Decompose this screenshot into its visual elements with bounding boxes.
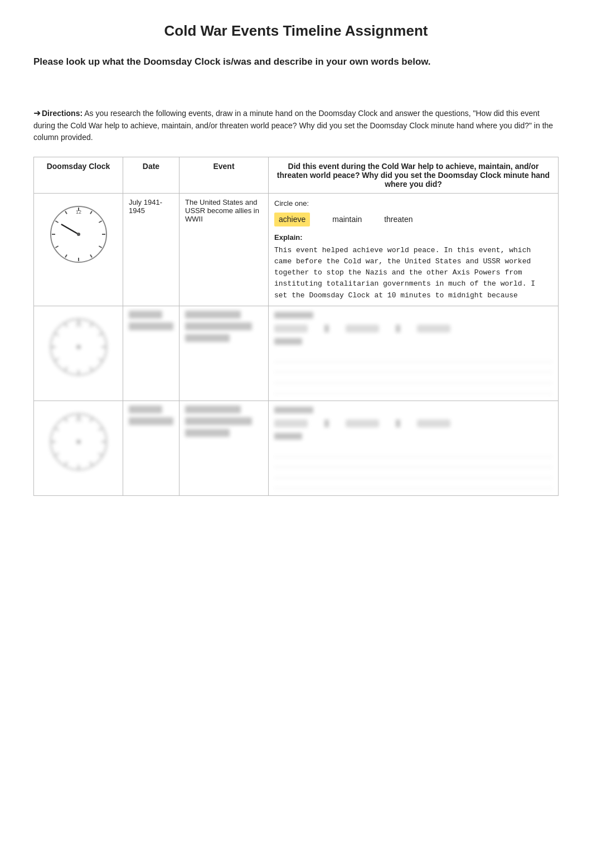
directions: ➜Directions: As you research the followi… — [33, 107, 559, 143]
option-threaten-0[interactable]: threaten — [384, 214, 413, 225]
col-header-event: Event — [179, 157, 269, 194]
options-row-0: achievemaintainthreaten — [274, 213, 552, 226]
date-cell-2 — [123, 401, 179, 495]
directions-text: As you research the following events, dr… — [33, 109, 553, 142]
bottom-space — [33, 496, 559, 563]
event-cell-1 — [179, 306, 269, 401]
svg-point-45 — [77, 440, 80, 443]
page-title: Cold War Events Timeline Assignment — [33, 22, 559, 40]
circle-one-label-0: Circle one: — [274, 198, 552, 209]
event-cell-2 — [179, 401, 269, 495]
explain-text-0[interactable]: This event helped achieve world peace. I… — [274, 245, 552, 301]
svg-text:12: 12 — [75, 209, 81, 215]
date-cell-0: July 1941-1945 — [123, 194, 179, 306]
option-achieve-0[interactable]: achieve — [274, 213, 310, 226]
date-cell-1 — [123, 306, 179, 401]
svg-text:12: 12 — [75, 322, 81, 327]
clock-cell-1: 12 — [34, 306, 123, 401]
directions-arrow: ➜ — [33, 108, 41, 118]
col-header-answer: Did this event during the Cold War help … — [269, 157, 559, 194]
clock-cell-0: 12 — [34, 194, 123, 306]
svg-text:12: 12 — [75, 417, 81, 422]
svg-point-30 — [77, 345, 80, 349]
col-header-date: Date — [123, 157, 179, 194]
timeline-table: Doomsday Clock Date Event Did this event… — [33, 157, 559, 496]
directions-bold: Directions: — [42, 109, 83, 118]
explain-label-0: Explain: — [274, 232, 552, 243]
answer-cell-0: Circle one:achievemaintainthreatenExplai… — [269, 194, 559, 306]
answer-cell-1 — [269, 306, 559, 401]
answer-cell-2 — [269, 401, 559, 495]
svg-point-15 — [77, 233, 80, 236]
subtitle: Please look up what the Doomsday Clock i… — [33, 56, 559, 67]
event-cell-0: The United States and USSR become allies… — [179, 194, 269, 306]
option-maintain-0[interactable]: maintain — [332, 214, 362, 225]
col-header-clock: Doomsday Clock — [34, 157, 123, 194]
clock-cell-2: 12 — [34, 401, 123, 495]
